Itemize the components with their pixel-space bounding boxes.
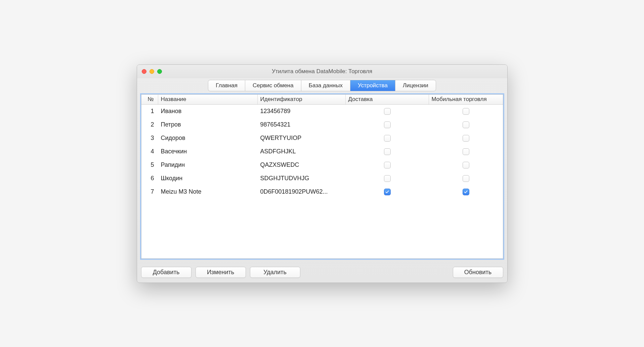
trade-checkbox[interactable] xyxy=(463,148,469,155)
add-button[interactable]: Добавить xyxy=(141,267,191,278)
grid-header: № Название Идентификатор Доставка Мобиль… xyxy=(141,95,503,105)
cell-identifier: ASDFGHJKL xyxy=(258,147,346,156)
cell-delivery xyxy=(346,147,429,156)
cell-num: 6 xyxy=(141,174,158,183)
cell-trade xyxy=(429,107,503,116)
edit-button[interactable]: Изменить xyxy=(196,267,246,278)
cell-name: Meizu M3 Note xyxy=(158,187,258,197)
cell-num: 3 xyxy=(141,133,158,143)
cell-num: 1 xyxy=(141,106,158,116)
tab-bar: ГлавнаяСервис обменаБаза данныхУстройств… xyxy=(208,80,436,91)
table-row[interactable]: 3СидоровQWERTYUIOP xyxy=(141,132,503,145)
table-row[interactable]: 2Петров987654321 xyxy=(141,118,503,132)
trade-checkbox[interactable] xyxy=(463,108,469,115)
table-row[interactable]: 6ШкодинSDGHJTUDVHJG xyxy=(141,172,503,185)
tab-3[interactable]: Устройства xyxy=(350,80,395,91)
traffic-lights xyxy=(142,69,162,74)
cell-delivery xyxy=(346,174,429,183)
cell-name: Петров xyxy=(158,120,258,130)
header-trade[interactable]: Мобильная торговля xyxy=(429,95,503,104)
cell-name: Сидоров xyxy=(158,133,258,143)
delivery-checkbox[interactable] xyxy=(384,189,391,195)
cell-trade xyxy=(429,174,503,183)
cell-identifier: 123456789 xyxy=(258,106,346,116)
cell-identifier: QWERTYUIOP xyxy=(258,133,346,143)
cell-num: 4 xyxy=(141,147,158,156)
cell-name: Рапидин xyxy=(158,160,258,170)
spacer xyxy=(304,267,449,278)
cell-identifier: 0D6F00181902PUW62... xyxy=(258,187,346,197)
delivery-checkbox[interactable] xyxy=(384,162,391,168)
cell-delivery xyxy=(346,120,429,130)
cell-name: Шкодин xyxy=(158,174,258,183)
cell-identifier: QAZXSWEDC xyxy=(258,160,346,170)
trade-checkbox[interactable] xyxy=(463,162,469,168)
maximize-icon[interactable] xyxy=(157,69,162,74)
cell-name: Иванов xyxy=(158,106,258,116)
delivery-checkbox[interactable] xyxy=(384,121,391,128)
delivery-checkbox[interactable] xyxy=(384,175,391,182)
delete-button[interactable]: Удалить xyxy=(250,267,300,278)
table-row[interactable]: 1Иванов123456789 xyxy=(141,105,503,118)
delivery-checkbox[interactable] xyxy=(384,108,391,115)
table-row[interactable]: 7Meizu M3 Note0D6F00181902PUW62... xyxy=(141,185,503,199)
delivery-checkbox[interactable] xyxy=(384,148,391,155)
tab-0[interactable]: Главная xyxy=(208,80,245,91)
trade-checkbox[interactable] xyxy=(463,175,469,182)
cell-num: 2 xyxy=(141,120,158,130)
cell-delivery xyxy=(346,134,429,143)
content-area: № Название Идентификатор Доставка Мобиль… xyxy=(137,94,507,263)
cell-trade xyxy=(429,147,503,156)
refresh-button[interactable]: Обновить xyxy=(453,267,503,278)
cell-trade xyxy=(429,160,503,170)
tab-1[interactable]: Сервис обмена xyxy=(245,80,301,91)
cell-identifier: 987654321 xyxy=(258,120,346,130)
cell-trade xyxy=(429,134,503,143)
footer-buttons: Добавить Изменить Удалить Обновить xyxy=(137,263,507,283)
tabs-row: ГлавнаяСервис обменаБаза данныхУстройств… xyxy=(137,78,507,94)
cell-identifier: SDGHJTUDVHJG xyxy=(258,174,346,183)
grid-body: 1Иванов1234567892Петров9876543213Сидоров… xyxy=(141,105,503,199)
delivery-checkbox[interactable] xyxy=(384,135,391,142)
table-row[interactable]: 4ВасечкинASDFGHJKL xyxy=(141,145,503,158)
cell-num: 7 xyxy=(141,187,158,197)
trade-checkbox[interactable] xyxy=(463,121,469,128)
header-name[interactable]: Название xyxy=(158,95,258,104)
app-window: Утилита обмена DataMobile: Торговля Глав… xyxy=(137,64,508,283)
cell-num: 5 xyxy=(141,160,158,170)
close-icon[interactable] xyxy=(142,69,146,74)
trade-checkbox[interactable] xyxy=(463,189,469,195)
tab-2[interactable]: База данных xyxy=(301,80,350,91)
header-delivery[interactable]: Доставка xyxy=(346,95,429,104)
cell-delivery xyxy=(346,187,429,197)
window-title: Утилита обмена DataMobile: Торговля xyxy=(142,68,503,75)
titlebar[interactable]: Утилита обмена DataMobile: Торговля xyxy=(137,65,507,78)
minimize-icon[interactable] xyxy=(149,69,154,74)
header-num[interactable]: № xyxy=(141,95,158,104)
cell-trade xyxy=(429,120,503,130)
header-identifier[interactable]: Идентификатор xyxy=(258,95,346,104)
trade-checkbox[interactable] xyxy=(463,135,469,142)
cell-name: Васечкин xyxy=(158,147,258,156)
table-row[interactable]: 5РапидинQAZXSWEDC xyxy=(141,158,503,172)
cell-trade xyxy=(429,187,503,197)
devices-grid[interactable]: № Название Идентификатор Доставка Мобиль… xyxy=(141,94,503,259)
tab-4[interactable]: Лицензии xyxy=(395,80,436,91)
cell-delivery xyxy=(346,160,429,170)
cell-delivery xyxy=(346,107,429,116)
